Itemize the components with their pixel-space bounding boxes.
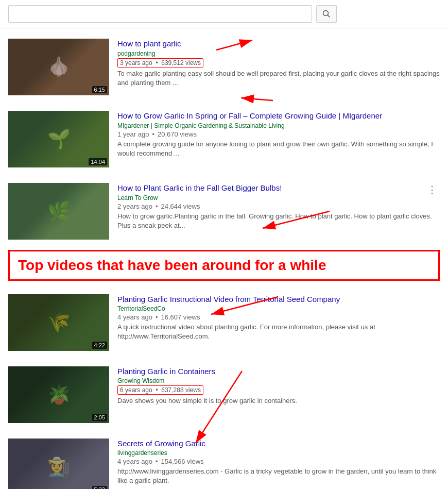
views-1: 639,512 views: [161, 59, 201, 66]
video-item: 🧄 6:15 How to plant garlic podgardening …: [8, 33, 440, 95]
meta-row-3: 2 years ago • 24,644 views: [117, 203, 440, 210]
thumbnail-5[interactable]: 🪴 2:05: [8, 366, 109, 423]
age-4: 4 years ago: [117, 313, 152, 321]
video-item: 🌾 4:22 Planting Garlic Instructional Vid…: [8, 289, 440, 351]
search-input[interactable]: planting garlic: [8, 5, 312, 23]
video-title-3[interactable]: How to Plant Garlic in the Fall Get Bigg…: [117, 183, 282, 192]
video-item: 🪴 2:05 Planting Garlic in Containers Gro…: [8, 361, 440, 423]
channel-4: TerritorialSeedCo: [117, 305, 440, 312]
channel-1: podgardening: [117, 50, 440, 57]
video-info-5: Planting Garlic in Containers Growing Wi…: [117, 366, 440, 423]
video-title-6[interactable]: Secrets of Growing Garlic: [117, 439, 205, 448]
description-6: http://www.livinggardenseries.com - Garl…: [117, 467, 440, 485]
duration-6: 5:33: [92, 486, 107, 489]
meta-row-5: 6 years ago • 637,288 views: [117, 385, 440, 395]
channel-3: Learn To Grow: [117, 194, 440, 201]
duration-2: 14:04: [89, 158, 107, 165]
age-3: 2 years ago: [117, 203, 152, 210]
channel-6: livinggardenseries: [117, 449, 440, 457]
video-info-3: How to Plant Garlic in the Fall Get Bigg…: [117, 183, 440, 240]
video-info-1: How to plant garlic podgardening 3 years…: [117, 39, 440, 95]
age-2: 1 year ago: [117, 130, 149, 138]
description-3: How to grow garlic.Planting garlic in th…: [117, 212, 440, 230]
video-title-1[interactable]: How to plant garlic: [117, 39, 181, 48]
video-title-4[interactable]: Planting Garlic Instructional Video from…: [117, 295, 340, 303]
thumbnail-3[interactable]: 🌿: [8, 183, 109, 240]
video-item: 👩‍🌾 5:33 Secrets of Growing Garlic livin…: [8, 433, 440, 489]
search-bar: planting garlic: [0, 0, 448, 28]
thumbnail-1[interactable]: 🧄 6:15: [8, 39, 109, 95]
meta-row-1: 3 years ago • 639,512 views: [117, 58, 440, 68]
age-5: 6 years ago: [120, 386, 152, 394]
views-6: 154,566 views: [161, 458, 204, 465]
meta-row-6: 4 years ago • 154,566 views: [117, 458, 440, 465]
video-info-4: Planting Garlic Instructional Video from…: [117, 294, 440, 351]
thumbnail-4[interactable]: 🌾 4:22: [8, 294, 109, 351]
duration-4: 4:22: [92, 342, 107, 349]
meta-row-4: 4 years ago • 16,607 views: [117, 313, 440, 321]
age-6: 4 years ago: [117, 458, 152, 465]
meta-row-2: 1 year ago • 20,670 views: [117, 130, 440, 138]
svg-line-1: [328, 15, 330, 18]
description-5: Dave shows you how simple it is to grow …: [117, 396, 440, 406]
search-button[interactable]: [316, 5, 337, 23]
video-item: 🌿 How to Plant Garlic in the Fall Get Bi…: [8, 178, 440, 240]
search-icon: [322, 10, 331, 18]
channel-2: MIgardener | Simple Organic Gardening & …: [117, 122, 440, 129]
views-5: 637,288 views: [161, 386, 201, 394]
views-2: 20,670 views: [158, 130, 197, 138]
description-1: To make garlic planting easy soil should…: [117, 69, 440, 88]
thumbnail-6[interactable]: 👩‍🌾 5:33: [8, 439, 109, 489]
views-3: 24,644 views: [161, 203, 200, 210]
content-area: 🧄 6:15 How to plant garlic podgardening …: [0, 28, 448, 489]
video-item: 🌱 14:04 How to Grow Garlic In Spring or …: [8, 106, 440, 167]
duration-1: 6:15: [92, 86, 107, 93]
thumbnail-2[interactable]: 🌱 14:04: [8, 111, 109, 167]
video-title-2[interactable]: How to Grow Garlic In Spring or Fall – C…: [117, 111, 382, 120]
views-4: 16,607 views: [161, 313, 200, 321]
description-2: A complete growing guide for anyone looi…: [117, 140, 440, 158]
video-info-2: How to Grow Garlic In Spring or Fall – C…: [117, 111, 440, 167]
more-options-3[interactable]: ⋮: [424, 183, 440, 196]
video-title-5[interactable]: Planting Garlic in Containers: [117, 367, 215, 376]
description-4: A quick instructional video about planti…: [117, 323, 440, 341]
duration-5: 2:05: [92, 414, 107, 421]
channel-5: Growing Wisdom: [117, 377, 440, 384]
meta-highlighted-1: 3 years ago • 639,512 views: [117, 58, 203, 68]
meta-highlighted-5: 6 years ago • 637,288 views: [117, 385, 203, 395]
video-info-6: Secrets of Growing Garlic livinggardense…: [117, 439, 440, 489]
annotation-banner: Top videos that have been around for a w…: [8, 250, 440, 281]
age-1: 3 years ago: [120, 59, 152, 66]
